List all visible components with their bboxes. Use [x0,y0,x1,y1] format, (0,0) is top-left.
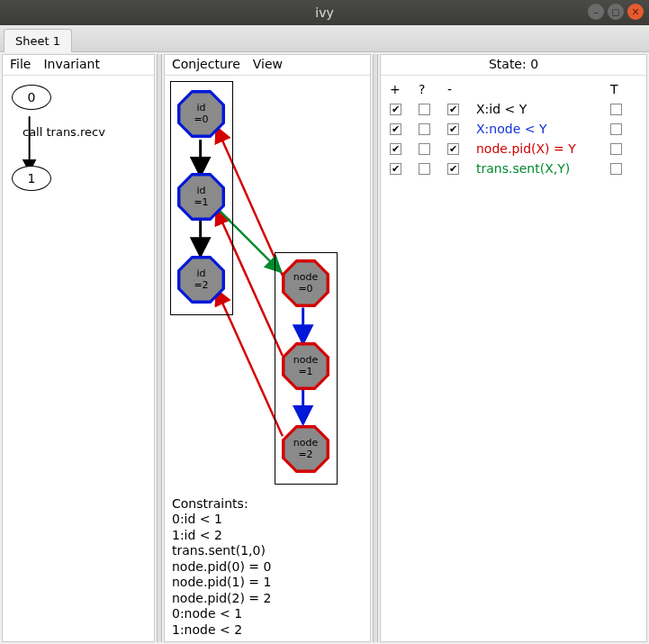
titlebar: ivy – ◻ ✕ [0,0,649,25]
state-title: State: 0 [388,57,639,71]
constraint-7: 1:node < 2 [172,622,242,637]
row3-minus[interactable] [447,163,459,175]
constraints-title: Constraints: [172,496,248,511]
center-body: id =0 id =1 id =2 node =0 node =1 node =… [165,75,370,641]
id-node-0-label: id =0 [194,103,208,124]
col-minus: - [447,82,471,96]
row1-label[interactable]: X:node < Y [476,122,605,136]
row3-label[interactable]: trans.sent(X,Y) [476,161,605,176]
left-pane: File Invariant 0 call trans.recv 1 [2,54,155,642]
row0-t[interactable] [610,104,622,115]
state-node-1-label: 1 [28,171,36,186]
node-node-0[interactable]: node =0 [282,259,329,307]
node-node-2[interactable]: node =2 [282,425,329,473]
row2-q[interactable] [419,143,430,155]
row3-q[interactable] [419,163,430,175]
content: File Invariant 0 call trans.recv 1 [0,52,649,644]
row0-minus[interactable] [447,104,459,115]
center-pane: Conjecture View [164,54,371,642]
node-node-0-label: node =0 [293,272,318,294]
constraint-2: trans.sent(1,0) [172,543,266,558]
relation-row-2: node.pid(X) = Y [388,139,639,159]
relations-table: + ? - T X:id < Y X:node < [381,76,646,182]
row2-t[interactable] [610,143,622,155]
menu-invariant[interactable]: Invariant [43,57,99,71]
row1-t[interactable] [610,123,622,135]
left-body: 0 call trans.recv 1 [3,75,154,641]
row0-q[interactable] [419,104,430,115]
center-menu: Conjecture View [165,55,370,75]
relation-row-3: trans.sent(X,Y) [388,159,639,178]
left-graph-edges [3,76,154,641]
menu-view[interactable]: View [253,57,283,71]
right-body: + ? - T X:id < Y X:node < [381,75,646,641]
close-button[interactable]: ✕ [627,4,644,20]
constraint-3: node.pid(0) = 0 [172,559,271,574]
row0-plus[interactable] [390,104,401,115]
relation-row-0: X:id < Y [388,99,639,119]
constraints-block: Constraints: 0:id < 1 1:id < 2 trans.sen… [172,496,271,639]
node-node-2-label: node =2 [293,438,318,459]
relation-row-1: X:node < Y [388,119,639,139]
row1-q[interactable] [419,123,430,135]
window-title: ivy [315,5,333,20]
row2-minus[interactable] [447,143,459,155]
id-node-2[interactable]: id =2 [177,256,225,304]
constraint-5: node.pid(2) = 2 [172,591,271,605]
col-question: ? [419,82,442,96]
node-node-1-label: node =1 [293,355,318,376]
relations-header: + ? - T [388,79,639,99]
left-menu: File Invariant [3,55,154,75]
row3-t[interactable] [610,163,622,175]
id-node-1-label: id =1 [194,186,208,207]
menu-file[interactable]: File [10,57,31,71]
constraint-0: 0:id < 1 [172,512,222,526]
row0-label[interactable]: X:id < Y [476,102,605,116]
row2-plus[interactable] [390,143,401,155]
maximize-button[interactable]: ◻ [608,4,624,20]
tabbar: Sheet 1 [0,25,649,52]
state-node-0-label: 0 [28,90,36,104]
col-t: T [610,82,637,96]
state-node-0[interactable]: 0 [12,85,51,110]
col-plus: + [390,82,413,96]
row3-plus[interactable] [390,163,401,175]
splitter-left[interactable] [157,54,162,642]
menu-conjecture[interactable]: Conjecture [172,57,240,71]
row2-label[interactable]: node.pid(X) = Y [476,141,605,156]
row1-plus[interactable] [390,123,401,135]
state-node-1[interactable]: 1 [12,166,51,191]
right-header: State: 0 [381,55,646,75]
minimize-button[interactable]: – [588,4,604,20]
node-node-1[interactable]: node =1 [282,342,329,390]
tab-sheet-1[interactable]: Sheet 1 [4,29,72,52]
constraint-1: 1:id < 2 [172,528,222,542]
right-pane: State: 0 + ? - T X:id < Y [380,54,647,642]
constraint-4: node.pid(1) = 1 [172,575,271,589]
row1-minus[interactable] [447,123,459,135]
edge-label: call trans.recv [23,125,105,139]
id-node-2-label: id =2 [194,268,208,290]
splitter-right[interactable] [373,54,378,642]
constraint-6: 0:node < 1 [172,606,242,621]
tab-label: Sheet 1 [15,34,60,48]
